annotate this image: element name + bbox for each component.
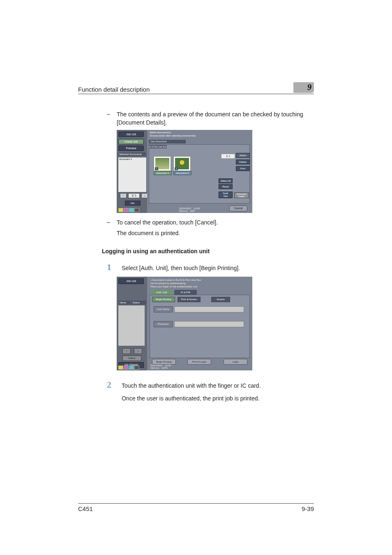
arrow-down-icon[interactable]: ↓ bbox=[134, 348, 142, 354]
toner-k-icon bbox=[134, 365, 139, 370]
access-mode[interactable]: Access bbox=[211, 297, 230, 302]
print-login-button[interactable]: Print & Login bbox=[187, 359, 211, 365]
name-label: Name bbox=[118, 301, 131, 305]
bullet-1-text: The contents and a preview of the docume… bbox=[117, 111, 314, 127]
reset-button[interactable]: Reset bbox=[219, 184, 233, 189]
step-2: 2 Touch the authentication unit with the… bbox=[107, 379, 314, 390]
action-header: Action bbox=[236, 153, 250, 158]
page-arrows: ↑ 1/ 1 ↓ bbox=[120, 193, 148, 198]
action-buttons: Action Delete Print bbox=[236, 153, 249, 173]
panel1-footer: 09/24/2007 16:08 Memory 99% bbox=[179, 207, 200, 212]
step-2-text-b: Once the user is authenticated, the prin… bbox=[122, 394, 314, 403]
toner-c-icon bbox=[129, 208, 134, 212]
dash-icon: – bbox=[107, 219, 117, 227]
use-document-panel: Job List Check Job Preview Selected Docu… bbox=[117, 130, 252, 213]
step-1: 1 Select [Auth. Unit], then touch [Begin… bbox=[107, 262, 314, 273]
step-1-text: Select [Auth. Unit], then touch [Begin P… bbox=[122, 264, 314, 273]
job-list-button[interactable]: Job List bbox=[118, 132, 144, 137]
use-document-label: Use Document bbox=[149, 140, 186, 143]
thumb-2-index: 2 bbox=[175, 167, 178, 170]
footer-page: 9-39 bbox=[302, 505, 314, 512]
page-footer: C451 9-39 bbox=[78, 503, 314, 512]
step-2b: Once the user is authenticated, the prin… bbox=[107, 394, 314, 403]
print-access-mode[interactable]: Print & Access bbox=[178, 297, 201, 302]
begin-printing-button[interactable]: Begin Printing bbox=[152, 359, 176, 365]
selected-docs-header: Selected Documents bbox=[118, 153, 146, 156]
dash-icon: – bbox=[107, 111, 117, 127]
panel1-message: Select document(s). Choose action after … bbox=[150, 131, 196, 137]
toner-m-icon bbox=[124, 208, 129, 212]
step-2-text-a: Touch the authentication unit with the f… bbox=[122, 382, 314, 390]
toner-y-icon bbox=[118, 365, 123, 370]
begin-printing-mode[interactable]: Begin Printing bbox=[152, 297, 175, 302]
footer-model: C451 bbox=[78, 505, 93, 512]
user-name-field[interactable] bbox=[174, 306, 244, 312]
bullet-2-text: To cancel the operation, touch [Cancel]. bbox=[117, 219, 314, 227]
thumb-2[interactable]: 2 bbox=[173, 156, 191, 171]
arrow-up-icon[interactable]: ↑ bbox=[120, 193, 127, 198]
bullet-1: – The contents and a preview of the docu… bbox=[107, 111, 314, 127]
print-button[interactable]: Print bbox=[236, 166, 250, 171]
panel1-sidebar: Job List Check Job Preview Selected Docu… bbox=[117, 130, 147, 213]
after-bullet-line: The document is printed. bbox=[117, 229, 314, 238]
panel2-footer: 09/24/2007 16:09 Memory 100% bbox=[150, 364, 171, 369]
toner-y-icon bbox=[118, 208, 123, 212]
check-job-button[interactable]: Check Job bbox=[118, 139, 144, 144]
password-field[interactable] bbox=[174, 321, 244, 327]
bullet-2: – To cancel the operation, touch [Cancel… bbox=[107, 219, 314, 227]
del-task-button[interactable]: Del. bbox=[125, 201, 141, 206]
selected-docs-list: document 1 bbox=[118, 157, 146, 192]
auth-panel: Job List Name Status ↑ ↓ Delete Job Deta… bbox=[117, 277, 252, 370]
toner-c-icon bbox=[129, 365, 134, 370]
page-indicator: 1/ 1 bbox=[128, 193, 140, 198]
thumb-page-indicator: 1/ 1 bbox=[221, 154, 235, 159]
step-1-number: 1 bbox=[107, 262, 122, 273]
header-title: Function detail description bbox=[78, 86, 150, 93]
subheading: Logging in using an authentication unit bbox=[102, 248, 314, 254]
select-all-button[interactable]: Select All bbox=[219, 178, 233, 183]
cancel-button[interactable]: Cancel bbox=[229, 206, 247, 211]
chapter-badge: 9 bbox=[293, 82, 314, 93]
toner-k-icon bbox=[134, 208, 139, 212]
delete-button[interactable]: Delete bbox=[122, 356, 141, 361]
preview-button[interactable]: Preview bbox=[118, 146, 144, 151]
user-name-label: User Name bbox=[154, 306, 173, 312]
detail-view-button[interactable]: DetailView bbox=[219, 192, 233, 198]
document-details-button[interactable]: DocumentDetails bbox=[234, 192, 249, 198]
id-pw-tab[interactable]: ID & PW bbox=[174, 290, 197, 295]
panel2-sidebar: Job List Name Status ↑ ↓ Delete Job Deta… bbox=[117, 277, 147, 370]
thumb-2-label[interactable]: document 2 bbox=[173, 171, 191, 175]
pointer-icon: ♦ bbox=[150, 279, 152, 281]
job-list-box bbox=[118, 305, 145, 346]
arrow-up-icon[interactable]: ↑ bbox=[122, 348, 131, 354]
body: – The contents and a preview of the docu… bbox=[78, 94, 314, 403]
status-label: Status bbox=[131, 301, 146, 305]
thumb-1-index: 1 bbox=[155, 167, 158, 170]
panel2-message: ♦ Documents stored in the ID & Print Use… bbox=[150, 278, 201, 288]
login-button[interactable]: Login bbox=[224, 359, 247, 365]
page-header: Function detail description 9 bbox=[78, 82, 314, 94]
password-label: Password bbox=[154, 321, 173, 327]
job-list-button[interactable]: Job List bbox=[118, 278, 144, 284]
toner-m-icon bbox=[124, 365, 129, 370]
panel1-main: Select document(s). Choose action after … bbox=[147, 130, 252, 213]
thumb-1-label[interactable]: document 1 bbox=[154, 171, 172, 175]
auth-unit-tab[interactable]: Auth. Unit bbox=[150, 290, 173, 295]
page-arrows: ↑ ↓ bbox=[122, 348, 142, 354]
thumb-1[interactable]: 1 bbox=[154, 156, 171, 171]
delete-button[interactable]: Delete bbox=[236, 160, 250, 164]
step-2-number: 2 bbox=[107, 379, 122, 390]
userbox-tab[interactable]: ID & Print User Box bbox=[149, 145, 167, 148]
page: Function detail description 9 – The cont… bbox=[0, 0, 392, 555]
toner-status bbox=[118, 208, 139, 212]
